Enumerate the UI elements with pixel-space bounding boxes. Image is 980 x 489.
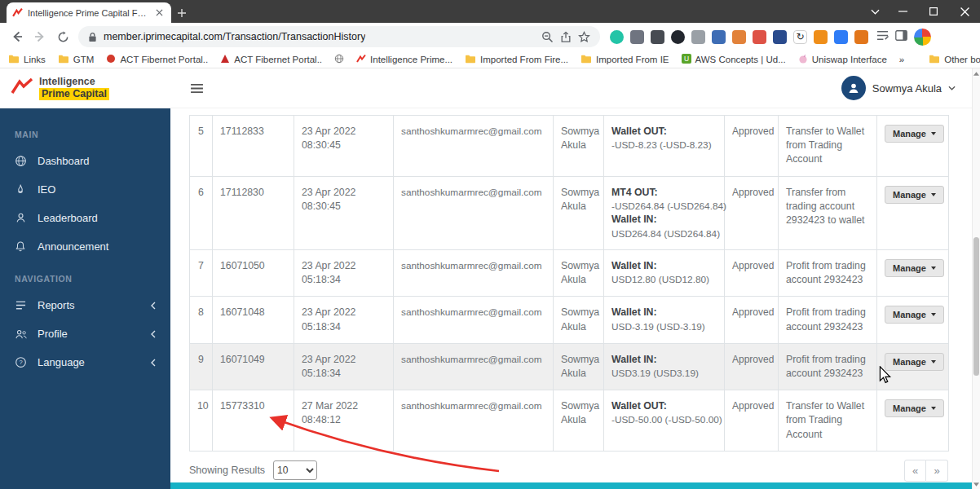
extension-icon[interactable]	[671, 30, 685, 44]
bookmark-icon-item[interactable]	[334, 54, 344, 65]
reading-list-icon[interactable]	[876, 29, 889, 44]
manage-cell: Manage	[877, 390, 949, 452]
zoom-icon[interactable]	[541, 31, 554, 43]
share-icon[interactable]	[560, 31, 572, 43]
scrollbar-thumb[interactable]	[973, 237, 979, 376]
transaction-id: 16071049	[213, 343, 294, 390]
caret-down-icon	[931, 267, 936, 270]
brand-name-bottom: Prime Capital	[39, 88, 109, 100]
bookmark-item[interactable]: Uniswap Interface	[798, 54, 887, 65]
sidebar-item-ieo[interactable]: IEO	[0, 175, 170, 204]
transaction-id: 15773310	[213, 390, 294, 452]
bookmark-item[interactable]: Imported From Fire...	[465, 54, 568, 65]
sidebar-section-label: MAIN	[0, 117, 170, 147]
app-logo[interactable]: Intelligence Prime Capital	[0, 76, 170, 100]
bookmark-item[interactable]: GTM	[58, 54, 95, 65]
tab-close-icon[interactable]	[152, 7, 166, 20]
extension-icon[interactable]	[854, 30, 868, 44]
side-panel-icon[interactable]	[895, 29, 907, 44]
address-bar[interactable]: member.iprimecapital.com/Transaction/Tra…	[78, 26, 600, 47]
transaction-id: 17112833	[213, 116, 294, 177]
users-icon	[15, 328, 28, 340]
bookmark-item[interactable]: ACT Fibernet Portal..	[220, 54, 322, 65]
bookmark-item[interactable]: ACT Fibernet Portal..	[106, 54, 208, 65]
transactions-table: 51711283323 Apr 202208:30:45santhoshkuma…	[189, 115, 949, 452]
window-maximize-icon[interactable]	[918, 0, 949, 23]
tab-title: Intelligence Prime Capital Fund T	[28, 8, 148, 18]
scrollbar-down-icon[interactable]	[973, 479, 980, 489]
manage-button[interactable]: Manage	[885, 353, 944, 371]
extension-icon[interactable]	[712, 30, 726, 44]
extension-icon[interactable]	[610, 30, 624, 44]
manage-button[interactable]: Manage	[885, 306, 944, 324]
forward-icon[interactable]	[29, 26, 51, 47]
extension-icon[interactable]	[834, 30, 848, 44]
extension-icon[interactable]	[651, 30, 664, 44]
refresh-icon[interactable]	[52, 26, 73, 47]
green-u-icon: U	[682, 54, 691, 65]
pagination-prev-button[interactable]: «	[904, 460, 926, 482]
extension-icon[interactable]	[691, 30, 705, 44]
extension-icon[interactable]	[773, 30, 787, 44]
bookmark-star-icon[interactable]	[578, 31, 590, 43]
manage-button[interactable]: Manage	[885, 259, 944, 277]
window-chevron-icon[interactable]	[863, 0, 887, 23]
extensions-strip: ↻	[610, 30, 868, 44]
caret-down-icon	[931, 360, 936, 363]
transaction-date: 23 Apr 202205:18:34	[294, 250, 394, 297]
manage-button[interactable]: Manage	[885, 399, 944, 417]
manage-cell: Manage	[877, 343, 949, 390]
user-email: santhoshkumarmrec@gmail.com	[394, 116, 554, 177]
row-number: 6	[190, 176, 213, 249]
wallet-details: Wallet OUT:-USD-8.23 (-USD-8.23)	[604, 116, 725, 177]
sidebar-item-announcement[interactable]: Announcement	[0, 232, 170, 261]
extension-icon[interactable]	[630, 30, 644, 44]
swoosh-icon	[356, 54, 366, 65]
browser-tab[interactable]: Intelligence Prime Capital Fund T	[7, 2, 171, 23]
sidebar-item-language[interactable]: ?Language	[0, 348, 170, 377]
extension-icon[interactable]: ↻	[793, 30, 807, 44]
user-menu[interactable]: Sowmya Akula	[841, 76, 956, 100]
browser-profile-avatar[interactable]	[914, 29, 931, 46]
page-size-select[interactable]: 10	[273, 460, 317, 480]
manage-button[interactable]: Manage	[885, 125, 944, 143]
sidebar-item-dashboard[interactable]: Dashboard	[0, 147, 170, 175]
user-email: santhoshkumarmrec@gmail.com	[394, 297, 554, 343]
new-tab-button[interactable]	[171, 2, 192, 23]
scrollbar-up-icon[interactable]	[973, 68, 980, 78]
folder-icon	[580, 54, 592, 65]
sidebar-item-leaderboard[interactable]: Leaderboard	[0, 204, 170, 232]
chevron-left-icon	[151, 330, 156, 338]
bookmark-item[interactable]: »	[899, 55, 904, 64]
transaction-id: 17112830	[213, 176, 294, 249]
person-icon	[15, 212, 28, 224]
description-text: Transfer from trading account 2932423 to…	[779, 176, 877, 249]
main-content: 51711283323 Apr 202208:30:45santhoshkuma…	[170, 108, 980, 489]
page-scrollbar[interactable]	[972, 68, 980, 489]
extension-icon[interactable]	[753, 30, 766, 44]
bookmark-item[interactable]: Links	[8, 54, 46, 65]
extension-icon[interactable]	[814, 30, 828, 44]
bookmark-item[interactable]: Imported From IE	[580, 54, 669, 65]
bookmark-item[interactable]: Intelligence Prime...	[356, 54, 452, 65]
extension-icon[interactable]	[732, 30, 746, 44]
other-bookmarks[interactable]: Other bookmarks	[929, 54, 980, 65]
back-icon[interactable]	[7, 26, 28, 47]
sidebar-item-profile[interactable]: Profile	[0, 319, 170, 348]
bookmark-label: Intelligence Prime...	[370, 55, 452, 64]
user-name: Sowmya Akula	[554, 343, 604, 390]
wallet-details: Wallet IN:USD-3.19 (USD-3.19)	[604, 297, 725, 343]
menu-toggle-button[interactable]	[190, 83, 204, 94]
manage-button[interactable]: Manage	[885, 186, 944, 204]
sidebar-item-reports[interactable]: Reports	[0, 291, 170, 319]
titlebar: Intelligence Prime Capital Fund T	[0, 0, 980, 23]
table-row: 61711283023 Apr 202208:30:45santhoshkuma…	[190, 176, 949, 249]
window-minimize-icon[interactable]	[887, 0, 918, 23]
table-row: 71607105023 Apr 202205:18:34santhoshkuma…	[190, 250, 949, 297]
user-email: santhoshkumarmrec@gmail.com	[394, 176, 554, 249]
manage-cell: Manage	[877, 176, 949, 249]
pagination-next-button[interactable]: »	[926, 460, 948, 482]
bookmark-item[interactable]: UAWS Concepts | Ud...	[682, 54, 786, 65]
flame-icon	[15, 183, 28, 196]
window-close-icon[interactable]	[949, 0, 980, 23]
